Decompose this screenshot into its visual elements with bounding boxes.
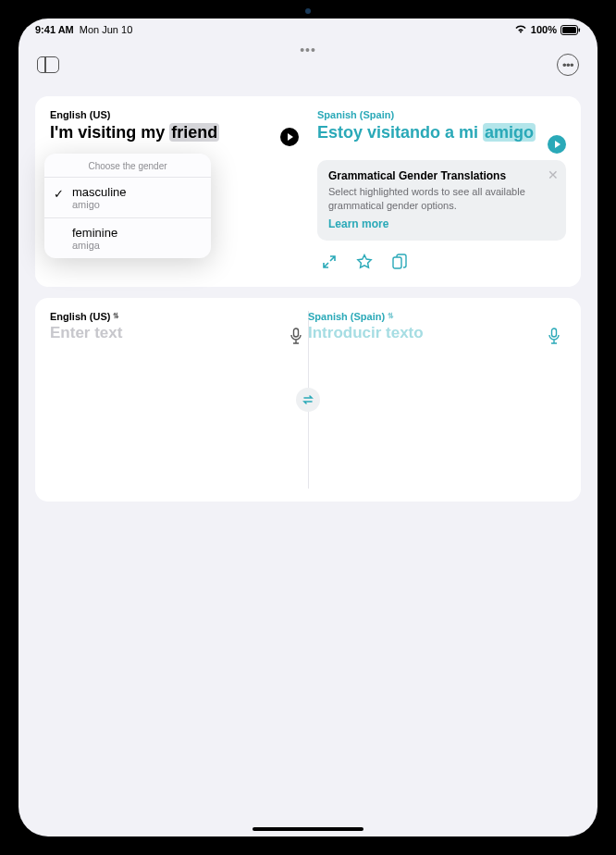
source-lang-label: English (US): [50, 109, 273, 120]
input-card: English (US) ⇅ Enter text Spanish (Spain…: [35, 298, 581, 502]
target-input-lang-selector[interactable]: Spanish (Spain) ⇅: [308, 311, 557, 322]
svg-rect-1: [562, 27, 576, 33]
option-title: masculine: [72, 185, 200, 199]
wifi-icon: [514, 24, 527, 35]
action-row: [317, 254, 566, 270]
source-input-placeholder[interactable]: Enter text: [50, 324, 299, 342]
gender-info-box: ✕ Grammatical Gender Translations Select…: [317, 160, 566, 241]
caret-icon: ⇅: [388, 312, 394, 320]
play-icon: [555, 141, 561, 148]
svg-rect-2: [579, 28, 581, 31]
option-title: feminine: [72, 226, 200, 240]
play-source-button[interactable]: [280, 128, 299, 146]
battery-icon: [561, 25, 581, 35]
source-input-column[interactable]: English (US) ⇅ Enter text: [50, 311, 308, 489]
target-input-column[interactable]: Spanish (Spain) ⇅ Introducir texto: [308, 311, 566, 489]
target-column: Spanish (Spain) Estoy visitando a mi ami…: [317, 109, 566, 270]
source-column: English (US) I'm visiting my friend Choo…: [50, 109, 299, 270]
svg-rect-5: [552, 328, 557, 337]
home-indicator[interactable]: [253, 827, 363, 831]
option-subtitle: amiga: [72, 240, 200, 251]
more-options-button[interactable]: •••: [553, 50, 583, 80]
swap-languages-button[interactable]: [296, 388, 320, 412]
status-date: Mon Jun 10: [80, 24, 132, 35]
gender-option-feminine[interactable]: feminine amiga: [44, 217, 211, 258]
info-title: Grammatical Gender Translations: [328, 169, 555, 182]
translation-result-card: English (US) I'm visiting my friend Choo…: [35, 96, 581, 287]
status-bar: 9:41 AM Mon Jun 10 100%: [18, 19, 598, 37]
source-highlighted-word[interactable]: friend: [169, 123, 219, 142]
info-description: Select highlighted words to see all avai…: [328, 185, 555, 212]
play-target-button[interactable]: [548, 135, 566, 154]
target-lang-label: Spanish (Spain): [317, 109, 540, 120]
source-text-prefix: I'm visiting my: [50, 123, 169, 142]
target-input-placeholder[interactable]: Introducir texto: [308, 324, 557, 342]
svg-rect-3: [393, 257, 401, 268]
battery-percent: 100%: [531, 24, 557, 35]
status-time: 9:41 AM: [35, 24, 74, 35]
copy-icon[interactable]: [391, 254, 408, 270]
caret-icon: ⇅: [113, 312, 119, 320]
camera-dot: [305, 8, 311, 14]
option-subtitle: amigo: [72, 199, 200, 210]
play-icon: [288, 133, 293, 141]
source-input-lang-selector[interactable]: English (US) ⇅: [50, 311, 299, 322]
svg-rect-4: [294, 328, 299, 337]
target-mic-button[interactable]: [548, 328, 561, 348]
close-info-button[interactable]: ✕: [548, 167, 559, 182]
target-text[interactable]: Estoy visitando a mi amigo: [317, 122, 540, 143]
popover-header: Choose the gender: [44, 154, 211, 177]
favorite-icon[interactable]: [356, 254, 373, 270]
expand-icon[interactable]: [321, 254, 338, 270]
screen: 9:41 AM Mon Jun 10 100% ••• •••: [18, 19, 598, 836]
target-highlighted-word[interactable]: amigo: [483, 123, 536, 142]
source-text[interactable]: I'm visiting my friend: [50, 122, 273, 143]
sidebar-toggle-button[interactable]: [33, 50, 63, 80]
device-frame: 9:41 AM Mon Jun 10 100% ••• •••: [0, 0, 616, 855]
check-icon: ✓: [54, 187, 64, 201]
learn-more-link[interactable]: Learn more: [328, 217, 388, 230]
multitask-dots-icon[interactable]: •••: [300, 43, 316, 57]
target-text-prefix: Estoy visitando a mi: [317, 123, 483, 142]
source-mic-button[interactable]: [290, 328, 302, 348]
gender-popover: Choose the gender ✓ masculine amigo femi…: [44, 154, 211, 258]
gender-option-masculine[interactable]: ✓ masculine amigo: [44, 177, 211, 217]
